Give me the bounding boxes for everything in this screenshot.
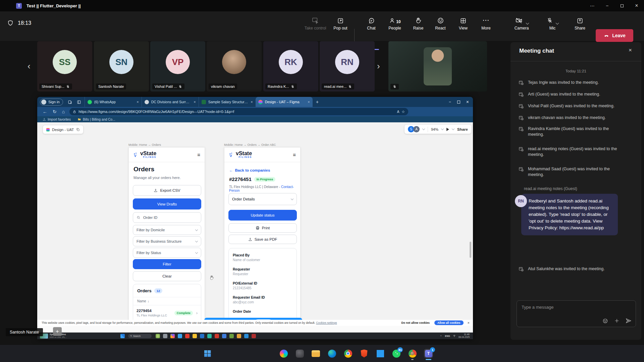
chat-input[interactable]: Type a message — [517, 300, 636, 327]
app-icon[interactable] — [229, 334, 234, 338]
browser-profile-button[interactable]: Sign in — [40, 99, 63, 106]
import-favorites-button[interactable]: Import favorites — [43, 118, 71, 121]
chrome-profile-icon[interactable] — [408, 349, 417, 358]
filter-button[interactable]: Filter — [133, 259, 201, 269]
copy-icon[interactable] — [76, 128, 80, 131]
filter-domicile-select[interactable]: Filter by Domicile — [133, 225, 201, 235]
send-icon[interactable] — [626, 318, 632, 324]
tab-close-icon[interactable]: × — [194, 100, 196, 104]
zoom-level[interactable]: 94% — [431, 127, 438, 131]
share-overlay-plus-button[interactable]: + — [53, 327, 62, 336]
mini-lang[interactable]: ENG — [445, 335, 450, 337]
participant-tile[interactable]: RK Ravindra K... — [263, 41, 318, 92]
present-chevron-icon[interactable] — [452, 127, 454, 130]
participant-tile-large[interactable] — [388, 41, 487, 92]
new-tab-button[interactable]: + — [316, 99, 319, 105]
attach-plus-icon[interactable] — [614, 318, 620, 323]
app-icon[interactable] — [193, 334, 197, 338]
browser-tab[interactable]: (6) WhatsApp × — [85, 97, 142, 107]
name-column-header[interactable]: Name — [137, 299, 146, 303]
mic-button[interactable]: Mic — [542, 15, 563, 31]
tab-close-icon[interactable]: × — [251, 100, 253, 104]
hamburger-icon[interactable]: ≡ — [293, 152, 296, 158]
update-status-button[interactable]: Update status — [228, 210, 297, 221]
collaborator-avatar[interactable]: A — [413, 126, 420, 132]
lm-studio-app-icon[interactable] — [295, 349, 304, 358]
tab-close-icon[interactable]: × — [137, 100, 139, 104]
order-id-search-input[interactable]: Order ID — [133, 212, 201, 223]
app-icon[interactable] — [156, 334, 160, 338]
hamburger-icon[interactable]: ≡ — [197, 152, 200, 158]
figma-frame-order-detail[interactable]: vStateFILINGS ≡ ←Back to companies #2276… — [224, 147, 301, 339]
sort-down-icon[interactable]: ↓ — [148, 299, 149, 303]
app-icon[interactable] — [200, 334, 204, 338]
vertical-tabs-icon[interactable] — [77, 100, 81, 104]
participant-tile[interactable]: SS Shivani Sup... — [37, 41, 92, 92]
mini-search-pill[interactable]: Search — [128, 334, 152, 338]
read-aloud-icon[interactable]: A — [397, 110, 399, 114]
browser-minimize-icon[interactable]: − — [449, 100, 451, 104]
app-icon[interactable] — [252, 334, 256, 338]
order-row[interactable]: 2279454TL Flex Holdings LLC Complete › — [133, 305, 201, 320]
participant-tile[interactable]: SN Santosh Narate — [94, 41, 149, 92]
browser-tab-active[interactable]: Design - UAT – Figma × — [256, 97, 313, 107]
avatars-chevron-icon[interactable] — [422, 127, 425, 130]
allow-cookies-button[interactable]: Allow all cookies — [434, 320, 464, 325]
filter-structure-select[interactable]: Filter by Business Structure — [133, 236, 201, 246]
react-button[interactable]: React — [432, 15, 449, 31]
participant-tile[interactable]: VP Vishal Patil ... — [150, 41, 205, 92]
maximize-button[interactable] — [614, 0, 629, 11]
browser-close-icon[interactable]: × — [466, 99, 469, 105]
view-button[interactable]: View — [455, 15, 472, 31]
favorites-folder-button[interactable]: Bills | Billing and Co... — [77, 118, 115, 121]
camera-button[interactable]: Camera — [508, 15, 535, 31]
app-icon[interactable] — [215, 334, 219, 338]
zoom-chevron-icon[interactable] — [441, 127, 444, 130]
mini-start-button[interactable] — [120, 334, 125, 338]
participant-tile[interactable]: RN read.ai mee... — [320, 41, 375, 92]
favorite-star-icon[interactable]: ☆ — [401, 110, 405, 114]
titlebar-more-icon[interactable]: ⋯ — [585, 0, 600, 11]
chat-button[interactable]: Chat — [362, 15, 380, 31]
vscode-app-icon[interactable] — [376, 349, 385, 358]
chrome-browser-icon[interactable] — [343, 349, 353, 358]
teams-app-icon[interactable]: T 1 — [424, 349, 433, 358]
close-button[interactable]: × — [629, 0, 644, 11]
app-icon[interactable] — [185, 334, 190, 338]
home-icon[interactable]: ⌂ — [62, 109, 65, 114]
figma-doc-chip[interactable]: Design - UAT — [43, 125, 83, 134]
clear-button[interactable]: Clear — [133, 271, 201, 281]
save-as-pdf-button[interactable]: Save as PDF — [228, 235, 297, 244]
tab-close-icon[interactable]: × — [308, 100, 310, 104]
participant-tile[interactable]: vikram chavan — [207, 41, 262, 92]
tab-search-icon[interactable] — [68, 100, 72, 104]
app-icon[interactable] — [207, 334, 212, 338]
present-icon[interactable] — [446, 128, 449, 131]
camera-chevron-icon[interactable] — [526, 21, 529, 25]
people-button[interactable]: 10 People — [384, 15, 405, 31]
app-icon[interactable] — [244, 334, 249, 338]
figma-frame-orders[interactable]: vStateFILINGS ≡ Orders Manage all your o… — [128, 147, 205, 339]
chat-close-icon[interactable]: × — [629, 47, 632, 54]
start-button[interactable] — [203, 349, 212, 358]
browser-tab[interactable]: Sample Salary Structure with calc × — [199, 97, 256, 107]
browser-tab[interactable]: DC Divisions and Surroundings × — [142, 97, 199, 107]
raise-hand-button[interactable]: Raise — [410, 15, 427, 31]
filmstrip-prev-icon[interactable]: ‹ — [28, 61, 31, 71]
app-icon[interactable] — [222, 334, 226, 338]
app-icon[interactable] — [178, 334, 182, 338]
app-icon[interactable] — [170, 334, 175, 338]
edge-browser-icon[interactable] — [327, 349, 336, 358]
emoji-icon[interactable] — [602, 318, 608, 324]
cookie-settings-link[interactable]: Cookies settings — [316, 321, 337, 324]
app-icon[interactable] — [163, 334, 167, 338]
back-icon[interactable]: ← — [43, 109, 47, 114]
deny-cookies-button[interactable]: Do not allow cookies — [401, 321, 430, 324]
pop-out-button[interactable]: Pop out — [331, 15, 350, 31]
print-button[interactable]: Print — [228, 223, 297, 233]
minimize-button[interactable]: − — [600, 0, 614, 11]
mini-tray-up-icon[interactable]: ^ — [440, 335, 442, 338]
share-button[interactable]: Share — [571, 15, 589, 31]
url-field[interactable]: https://www.figma.com/design/9BKQ0FOHRWa… — [69, 108, 408, 115]
view-drafts-button[interactable]: View Drafts — [133, 198, 201, 209]
